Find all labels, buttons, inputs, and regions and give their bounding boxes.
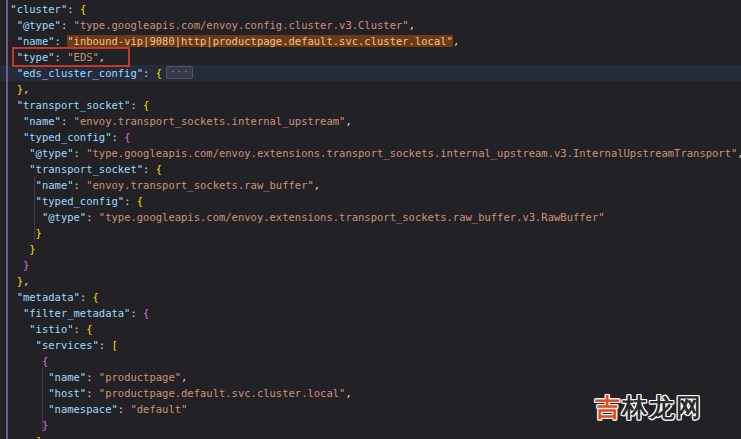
code-line[interactable]: }: [0, 257, 741, 273]
code-token: {: [143, 307, 149, 319]
code-token: "istio": [29, 323, 73, 335]
code-token: "productpage": [99, 371, 181, 383]
code-line-active[interactable]: "eds_cluster_config": {···: [0, 65, 741, 81]
watermark-char: 网: [676, 393, 703, 422]
code-line[interactable]: "transport_socket": {: [0, 161, 741, 177]
code-line[interactable]: "@type": "type.googleapis.com/envoy.conf…: [0, 17, 741, 33]
code-token: {: [80, 3, 86, 15]
code-token: {: [93, 291, 99, 303]
code-token: :: [74, 323, 87, 335]
code-line[interactable]: "istio": {: [0, 321, 741, 337]
code-token: :: [130, 307, 143, 319]
code-token: "type.googleapis.com/envoy.extensions.tr…: [99, 211, 605, 223]
code-token: ,: [23, 275, 29, 287]
code-token: ,: [23, 83, 29, 95]
code-token: "namespace": [48, 403, 118, 415]
code-token: [4, 435, 36, 439]
code-line[interactable]: "transport_socket": {: [0, 97, 741, 113]
code-token: [4, 227, 36, 239]
code-token: :: [61, 115, 74, 127]
code-line[interactable]: "metadata": {: [0, 289, 741, 305]
code-token: "default": [130, 403, 187, 415]
code-token: }: [23, 259, 29, 271]
code-token: [4, 179, 36, 191]
code-token: "envoy.transport_sockets.raw_buffer": [86, 179, 314, 191]
code-token: ,: [345, 115, 351, 127]
code-line[interactable]: {: [0, 353, 741, 369]
code-line[interactable]: "name": "productpage",: [0, 369, 741, 385]
code-token: [4, 419, 42, 431]
watermark: 吉林龙网: [595, 391, 703, 424]
code-line[interactable]: "name": "envoy.transport_sockets.raw_buf…: [0, 177, 741, 193]
indent-guide: [34, 177, 35, 241]
code-token: "host": [48, 387, 86, 399]
code-token: ,: [181, 371, 187, 383]
code-token: {: [137, 195, 143, 207]
code-token: :: [118, 403, 131, 415]
code-token: "productpage.default.svc.cluster.local": [99, 387, 346, 399]
code-token: "@type": [29, 147, 73, 159]
code-token: "filter_metadata": [23, 307, 130, 319]
code-token: "transport_socket": [29, 163, 143, 175]
code-token: "typed_config": [36, 195, 125, 207]
indent-guide: [6, 0, 8, 439]
code-token: :: [143, 163, 156, 175]
code-line[interactable]: ]: [0, 433, 741, 439]
code-token: [4, 355, 42, 367]
code-token: [4, 211, 42, 223]
code-line[interactable]: "name": "envoy.transport_sockets.interna…: [0, 113, 741, 129]
code-token: ]: [36, 435, 42, 439]
code-line[interactable]: }: [0, 241, 741, 257]
code-line[interactable]: "typed_config": {: [0, 129, 741, 145]
code-line[interactable]: }: [0, 225, 741, 241]
match-highlight: "inbound-vip|9080|http|productpage.defau…: [67, 35, 453, 47]
code-token: "type.googleapis.com/envoy.config.cluste…: [74, 19, 409, 31]
code-token: "name": [23, 115, 61, 127]
code-token: "name": [36, 179, 74, 191]
code-token: "metadata": [17, 291, 80, 303]
code-token: :: [130, 99, 143, 111]
code-token: "name": [17, 35, 55, 47]
code-token: [4, 339, 36, 351]
code-token: :: [74, 147, 87, 159]
code-token: :: [143, 67, 156, 79]
watermark-char: 吉: [595, 393, 622, 422]
code-token: "eds_cluster_config": [17, 67, 143, 79]
code-token: {: [86, 323, 92, 335]
code-token: :: [111, 131, 124, 143]
code-token: {: [156, 67, 162, 79]
type-eds-annotation-box: [12, 47, 130, 67]
code-line[interactable]: },: [0, 273, 741, 289]
code-token: :: [124, 195, 137, 207]
code-line[interactable]: "@type": "type.googleapis.com/envoy.exte…: [0, 145, 741, 161]
code-token: }: [29, 243, 35, 255]
code-token: "type.googleapis.com/envoy.extensions.tr…: [86, 147, 737, 159]
code-token: "transport_socket": [17, 99, 131, 111]
code-token: "typed_config": [23, 131, 112, 143]
code-token: "cluster": [10, 3, 67, 15]
code-token: "envoy.transport_sockets.internal_upstre…: [74, 115, 346, 127]
code-token: :: [67, 3, 80, 15]
indent-guide: [42, 369, 43, 433]
code-token: :: [86, 387, 99, 399]
code-line[interactable]: "@type": "type.googleapis.com/envoy.exte…: [0, 209, 741, 225]
code-token: :: [99, 339, 112, 351]
code-token: :: [86, 211, 99, 223]
code-editor-screenshot: { "colors": { "bg": "#222226", "key": "#…: [0, 0, 741, 439]
code-line[interactable]: "filter_metadata": {: [0, 305, 741, 321]
code-token: :: [74, 179, 87, 191]
code-token: :: [55, 35, 68, 47]
code-token: "name": [48, 371, 86, 383]
code-line[interactable]: "services": [: [0, 337, 741, 353]
code-line[interactable]: },: [0, 81, 741, 97]
code-token: {: [124, 131, 130, 143]
code-token: :: [80, 291, 93, 303]
code-token: "services": [36, 339, 99, 351]
code-token: }: [36, 227, 42, 239]
code-line[interactable]: "typed_config": {: [0, 193, 741, 209]
code-line[interactable]: "cluster": {: [0, 1, 741, 17]
code-token: ,: [453, 35, 459, 47]
code-token: ,: [737, 147, 741, 159]
code-token: ,: [345, 387, 351, 399]
folded-code-badge[interactable]: ···: [166, 66, 193, 79]
